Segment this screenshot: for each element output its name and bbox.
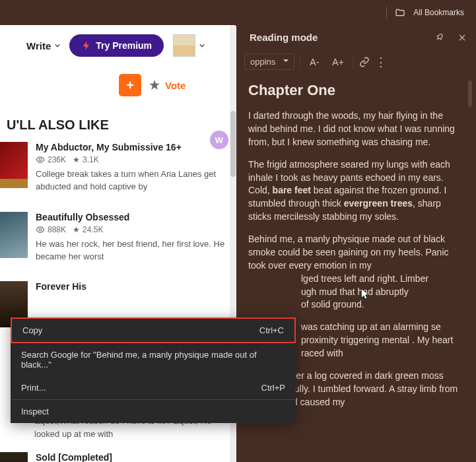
premium-label: Try Premium [96,40,152,51]
eye-icon [36,225,45,234]
chevron-down-icon [55,43,60,48]
paragraph: The frigid atmosphere seared my lungs wi… [248,158,461,224]
svg-point-1 [39,228,42,231]
menu-label: Inspect [21,407,49,416]
stars-stat: ★ 3.1K [73,155,99,164]
menu-label: Copy [22,325,42,335]
link-icon[interactable] [359,57,370,67]
font-selector[interactable]: oppins [244,53,294,70]
avatar [173,34,195,57]
views-stat: 888K [36,225,66,234]
community-badge[interactable]: W [210,131,228,149]
book-cover [0,212,28,258]
reader-scrollbar-thumb[interactable] [468,81,472,107]
vote-label: Vote [165,80,186,91]
book-title: My Abductor, My Submissive 16+ [36,142,230,152]
lightning-icon [81,40,92,51]
more-options-button[interactable]: ⋮ [375,55,387,69]
vote-button[interactable]: ★ Vote [149,78,186,92]
chapter-heading: Chapter One [248,82,461,99]
paragraph: Behind me, a manly physique made out of … [248,233,461,312]
eye-icon [36,155,45,164]
profile-dropdown[interactable] [173,34,205,57]
book-cover [0,452,28,462]
add-button[interactable]: + [119,74,141,96]
book-description: He was her rock, her best friend, her fi… [36,238,230,263]
menu-shortcut: Ctrl+P [261,383,285,393]
menu-shortcut: Ctrl+C [259,325,284,335]
book-cover [0,142,28,188]
svg-point-0 [39,158,42,161]
context-menu-search[interactable]: Search Google for "Behind me, a manly ph… [11,343,296,376]
font-decrease-button[interactable]: A- [306,55,323,69]
folder-icon [395,7,405,18]
context-menu: Copy Ctrl+C Search Google for "Behind me… [11,317,296,423]
context-menu-copy[interactable]: Copy Ctrl+C [11,317,296,343]
star-icon: ★ [149,78,160,92]
scrollbar-thumb[interactable] [230,111,236,177]
write-dropdown[interactable]: Write [26,40,60,51]
try-premium-button[interactable]: Try Premium [69,34,164,57]
book-item[interactable]: My Abductor, My Submissive 16+ 236K ★ 3.… [0,142,236,212]
all-bookmarks-link[interactable]: All Bookmarks [413,8,464,17]
chevron-down-icon [199,43,205,48]
reading-mode-title: Reading mode [250,32,318,43]
menu-label: Search Google for "Behind me, a manly ph… [21,350,285,370]
book-description: College break takes a turn when Aria Lan… [36,168,230,193]
book-item[interactable]: Sold [Completed] [0,452,236,462]
book-title: Beautifully Obsessed [36,212,230,222]
book-title: Sold [Completed] [36,452,230,462]
context-menu-print[interactable]: Print... Ctrl+P [11,376,296,399]
menu-label: Print... [21,383,46,393]
context-menu-inspect[interactable]: Inspect [11,400,296,423]
close-icon[interactable] [458,33,467,42]
pin-icon[interactable] [435,33,444,42]
font-increase-button[interactable]: A+ [328,55,348,69]
views-stat: 236K [36,155,66,164]
paragraph: I darted through the woods, my hair flyi… [248,110,461,149]
write-label: Write [26,40,51,51]
book-title: Forever His [36,281,230,292]
book-item[interactable]: Beautifully Obsessed 888K ★ 24.5K He was… [0,212,236,282]
section-heading: U'LL ALSO LIKE [0,112,236,142]
stars-stat: ★ 24.5K [73,225,103,234]
